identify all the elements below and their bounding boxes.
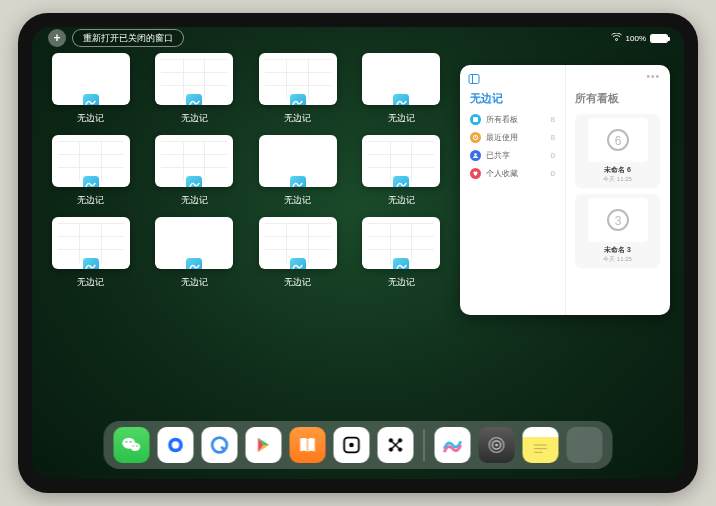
window-preview bbox=[155, 135, 233, 187]
window-thumbnail[interactable]: 无边记 bbox=[253, 53, 343, 125]
boards-title: 所有看板 bbox=[575, 91, 660, 106]
window-thumbnail[interactable]: 无边记 bbox=[357, 53, 447, 125]
svg-point-13 bbox=[133, 445, 134, 446]
board-card[interactable]: 3未命名 3今天 11:25 bbox=[575, 194, 660, 268]
dock-app-notes[interactable] bbox=[523, 427, 559, 463]
freeform-app-badge-icon bbox=[289, 257, 307, 269]
window-label: 无边记 bbox=[181, 112, 208, 125]
category-count: 8 bbox=[551, 115, 555, 124]
category-item[interactable]: 个人收藏0 bbox=[470, 168, 555, 179]
wifi-icon bbox=[611, 33, 622, 43]
svg-point-11 bbox=[126, 441, 128, 443]
window-label: 无边记 bbox=[181, 194, 208, 207]
freeform-app-badge-icon bbox=[82, 175, 100, 187]
dock-app-settings[interactable] bbox=[479, 427, 515, 463]
window-label: 无边记 bbox=[77, 112, 104, 125]
sidebar-boards: 所有看板 6未命名 6今天 11:253未命名 3今天 11:25 bbox=[565, 65, 670, 315]
category-label: 已共享 bbox=[486, 150, 510, 161]
dock-app-dice[interactable] bbox=[334, 427, 370, 463]
svg-text:6: 6 bbox=[614, 134, 621, 148]
board-preview: 3 bbox=[588, 198, 648, 242]
reopen-label: 重新打开已关闭的窗口 bbox=[83, 32, 173, 45]
freeform-app-badge-icon bbox=[289, 175, 307, 187]
more-icon[interactable]: ••• bbox=[646, 71, 660, 82]
dock-app-books[interactable] bbox=[290, 427, 326, 463]
category-label: 个人收藏 bbox=[486, 168, 518, 179]
board-date: 今天 11:25 bbox=[603, 175, 632, 184]
battery-icon bbox=[650, 34, 668, 43]
svg-rect-0 bbox=[469, 75, 479, 84]
category-count: 0 bbox=[551, 169, 555, 178]
dock-app-hub[interactable] bbox=[378, 427, 414, 463]
board-card[interactable]: 6未命名 6今天 11:25 bbox=[575, 114, 660, 188]
window-label: 无边记 bbox=[388, 276, 415, 289]
window-thumbnail[interactable]: 无边记 bbox=[253, 217, 343, 289]
category-icon bbox=[470, 132, 481, 143]
svg-point-20 bbox=[349, 443, 354, 448]
window-thumbnail[interactable]: 无边记 bbox=[46, 217, 136, 289]
freeform-app-badge-icon bbox=[185, 175, 203, 187]
status-indicators: 100% bbox=[611, 33, 668, 43]
app-switcher-grid: 无边记无边记无边记无边记无边记无边记无边记无边记无边记无边记无边记无边记 bbox=[46, 53, 446, 419]
window-preview bbox=[155, 53, 233, 105]
window-label: 无边记 bbox=[284, 276, 311, 289]
svg-point-14 bbox=[136, 445, 137, 446]
dock-app-folder[interactable] bbox=[567, 427, 603, 463]
window-thumbnail[interactable]: 无边记 bbox=[357, 217, 447, 289]
window-thumbnail[interactable]: 无边记 bbox=[150, 135, 240, 207]
add-window-button[interactable]: + bbox=[48, 29, 66, 47]
window-preview bbox=[155, 217, 233, 269]
freeform-sidebar-window[interactable]: ••• 无边记 所有看板8最近使用8已共享0个人收藏0 所有看板 6未命名 6今… bbox=[460, 65, 670, 315]
dock-app-qq[interactable] bbox=[158, 427, 194, 463]
window-label: 无边记 bbox=[181, 276, 208, 289]
freeform-app-badge-icon bbox=[392, 175, 410, 187]
sidebar-toggle-icon[interactable] bbox=[468, 71, 480, 83]
window-thumbnail[interactable]: 无边记 bbox=[46, 53, 136, 125]
ipad-frame: + 重新打开已关闭的窗口 100% 无边记无边记无边记无边记无边记无边记无边记无… bbox=[18, 13, 698, 493]
window-preview bbox=[52, 135, 130, 187]
main-area: 无边记无边记无边记无边记无边记无边记无边记无边记无边记无边记无边记无边记 •••… bbox=[46, 53, 670, 419]
category-item[interactable]: 最近使用8 bbox=[470, 132, 555, 143]
svg-text:3: 3 bbox=[614, 214, 621, 228]
category-item[interactable]: 所有看板8 bbox=[470, 114, 555, 125]
dock-app-wechat[interactable] bbox=[114, 427, 150, 463]
dock bbox=[104, 421, 613, 469]
dock-app-freeform[interactable] bbox=[435, 427, 471, 463]
window-thumbnail[interactable]: 无边记 bbox=[150, 53, 240, 125]
window-label: 无边记 bbox=[77, 194, 104, 207]
window-preview bbox=[259, 217, 337, 269]
freeform-app-badge-icon bbox=[289, 93, 307, 105]
category-count: 8 bbox=[551, 133, 555, 142]
window-thumbnail[interactable]: 无边记 bbox=[150, 217, 240, 289]
svg-rect-2 bbox=[473, 117, 478, 122]
dock-app-quark[interactable] bbox=[202, 427, 238, 463]
svg-point-10 bbox=[130, 443, 140, 451]
window-thumbnail[interactable]: 无边记 bbox=[46, 135, 136, 207]
window-preview bbox=[52, 53, 130, 105]
board-name: 未命名 6 bbox=[604, 165, 631, 175]
sidebar-title: 无边记 bbox=[470, 91, 555, 106]
category-label: 最近使用 bbox=[486, 132, 518, 143]
category-item[interactable]: 已共享0 bbox=[470, 150, 555, 161]
reopen-closed-window-pill[interactable]: 重新打开已关闭的窗口 bbox=[72, 29, 184, 47]
window-label: 无边记 bbox=[388, 112, 415, 125]
svg-point-12 bbox=[130, 441, 132, 443]
sidebar-categories: 无边记 所有看板8最近使用8已共享0个人收藏0 bbox=[460, 65, 565, 315]
window-preview bbox=[52, 217, 130, 269]
window-thumbnail[interactable]: 无边记 bbox=[253, 135, 343, 207]
board-name: 未命名 3 bbox=[604, 245, 631, 255]
svg-point-16 bbox=[172, 441, 179, 448]
svg-point-4 bbox=[474, 153, 477, 156]
freeform-app-badge-icon bbox=[185, 257, 203, 269]
category-icon bbox=[470, 114, 481, 125]
window-preview bbox=[259, 53, 337, 105]
battery-percent: 100% bbox=[626, 34, 646, 43]
freeform-app-badge-icon bbox=[82, 257, 100, 269]
window-label: 无边记 bbox=[388, 194, 415, 207]
screen: + 重新打开已关闭的窗口 100% 无边记无边记无边记无边记无边记无边记无边记无… bbox=[32, 27, 684, 479]
window-preview bbox=[259, 135, 337, 187]
window-thumbnail[interactable]: 无边记 bbox=[357, 135, 447, 207]
dock-app-play[interactable] bbox=[246, 427, 282, 463]
window-preview bbox=[362, 217, 440, 269]
category-count: 0 bbox=[551, 151, 555, 160]
